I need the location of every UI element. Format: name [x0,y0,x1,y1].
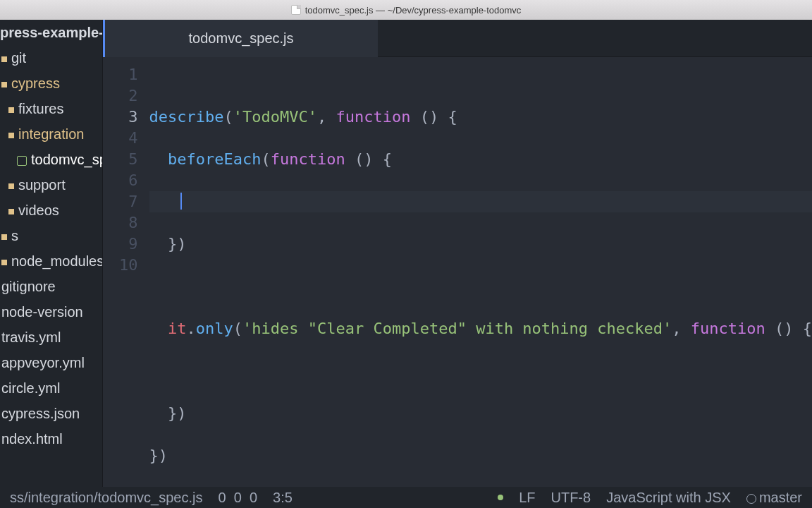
status-git-branch[interactable]: master [746,490,802,506]
status-line-ending[interactable]: LF [519,490,535,506]
line-number[interactable]: 5 [103,149,138,170]
code-line: describe('TodoMVC', function () { [149,107,812,128]
tree-item-label: integration [18,126,84,142]
tab-label: todomvc_spec.js [189,30,294,47]
tab-bar: todomvc_spec.js [103,20,812,57]
tree-folder[interactable]: fixtures [0,96,102,121]
editor-pane: todomvc_spec.js 12345678910 describe('To… [103,20,812,487]
line-number[interactable]: 2 [103,85,138,107]
tree-item-label: node_modules [11,253,102,269]
line-number[interactable]: 10 [103,255,138,276]
tree-item-label: ndex.html [1,431,63,447]
code-line [149,361,812,382]
tree-item-label: travis.yml [1,329,61,345]
line-number[interactable]: 1 [103,64,138,85]
tree-item-label: appveyor.yml [1,355,85,370]
tree-file[interactable]: gitignore [0,274,102,299]
status-file-path[interactable]: ss/integration/todomvc_spec.js [10,490,202,506]
tree-file[interactable]: travis.yml [0,325,102,350]
status-bar: ss/integration/todomvc_spec.js 0 0 0 3:5… [0,487,812,508]
line-number[interactable]: 8 [103,212,138,234]
tree-folder[interactable]: s [0,223,102,248]
tree-item-label: cypress.json [1,406,80,421]
tree-folder[interactable]: support [0,172,102,198]
code-line: it.only('hides "Clear Completed" with no… [149,318,812,339]
tree-item-label: gitignore [1,279,56,294]
line-number[interactable]: 6 [103,170,138,191]
status-indicator-icon [498,495,503,500]
tree-folder[interactable]: integration [0,121,102,147]
tree-item-label: fixtures [18,101,63,116]
tree-file[interactable]: node-version [0,299,102,325]
tree-item-label: support [18,177,66,193]
code-line: }) [149,403,812,424]
tree-file[interactable]: todomvc_spec.js [0,147,102,172]
tree-item-label: git [11,50,26,66]
line-number[interactable]: 4 [103,128,138,149]
code-line [149,276,812,297]
window-titlebar: todomvc_spec.js — ~/Dev/cypress-example-… [0,0,812,20]
tree-folder[interactable]: cypress [0,71,102,96]
line-number[interactable]: 7 [103,191,138,212]
tree-item-label: todomvc_spec.js [31,152,102,167]
tree-folder[interactable]: git [0,45,102,71]
code-line-current [149,191,812,212]
tree-folder[interactable]: press-example-todomvc [0,20,102,45]
tree-item-label: node-version [1,304,83,320]
tree-file[interactable]: cypress.json [0,401,102,426]
git-branch-icon [746,494,756,504]
tree-item-label: circle.yml [1,380,60,396]
tree-folder[interactable]: node_modules [0,248,102,274]
js-file-icon [17,156,27,166]
status-encoding[interactable]: UTF-8 [550,490,591,506]
code-line: }) [149,445,812,466]
tree-item-label: press-example-todomvc [0,25,102,40]
tree-file[interactable]: circle.yml [0,375,102,401]
file-icon [291,5,301,15]
line-number-gutter: 12345678910 [103,57,149,487]
status-cursor-position[interactable]: 3:5 [273,490,293,506]
status-diagnostics[interactable]: 0 0 0 [218,490,257,506]
tree-item-label: s [11,228,18,243]
code-area[interactable]: 12345678910 describe('TodoMVC', function… [103,57,812,487]
tree-item-label: cypress [11,75,60,91]
line-number[interactable]: 9 [103,234,138,255]
tree-folder[interactable]: videos [0,198,102,223]
tree-file[interactable]: ndex.html [0,426,102,452]
line-number[interactable]: 3 [103,107,138,128]
code-line: beforeEach(function () { [149,149,812,170]
tab-todomvc-spec[interactable]: todomvc_spec.js [103,20,378,57]
code-content[interactable]: describe('TodoMVC', function () { before… [149,57,812,487]
code-line: }) [149,234,812,255]
tree-file[interactable]: appveyor.yml [0,350,102,375]
window-title: todomvc_spec.js — ~/Dev/cypress-example-… [305,5,522,16]
tree-item-label: videos [18,202,59,218]
file-tree-sidebar[interactable]: press-example-todomvcgitcypressfixturesi… [0,20,103,487]
status-grammar[interactable]: JavaScript with JSX [606,490,731,506]
